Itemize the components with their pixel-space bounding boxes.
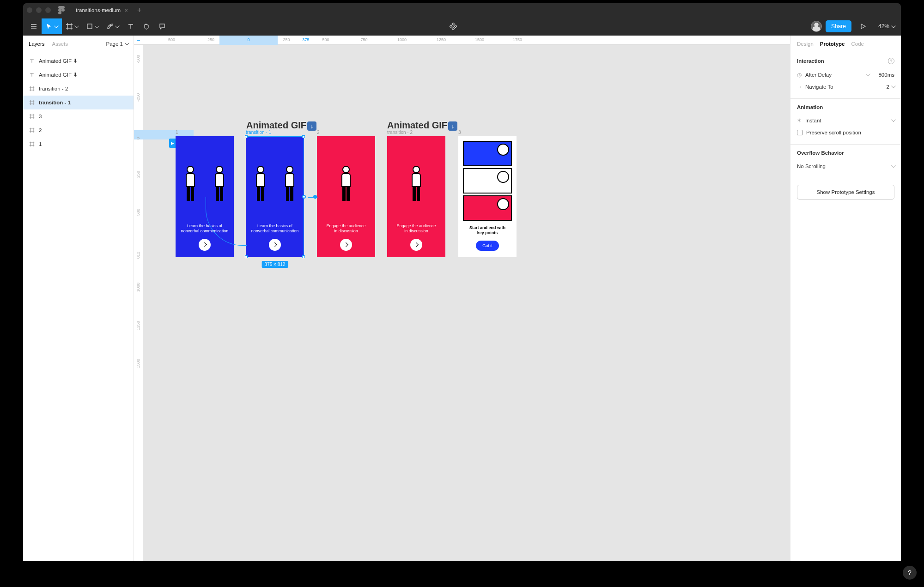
shape-tool[interactable] [82, 18, 103, 34]
tab-assets[interactable]: Assets [52, 41, 68, 47]
got-it-button[interactable]: Got it [476, 241, 499, 251]
tab-design[interactable]: Design [797, 41, 814, 47]
layer-item[interactable]: 1 [23, 137, 134, 151]
svg-rect-12 [452, 27, 455, 30]
frame-label[interactable]: 1 [176, 130, 178, 135]
layer-item[interactable]: transition - 2 [23, 82, 134, 96]
action-label: Navigate To [805, 84, 877, 90]
frame-caption: Learn the basics of nonverbal communicat… [247, 224, 304, 234]
ruler-horizontal: -500-25002503755007501000125015001750 [143, 36, 790, 45]
svg-rect-14 [454, 25, 457, 28]
down-arrow-icon [307, 121, 316, 131]
frame-label[interactable]: 2 [317, 130, 320, 135]
prototype-connector[interactable] [302, 195, 306, 199]
new-tab-button[interactable]: + [133, 6, 146, 14]
frame-2[interactable]: 2 Engage the audience in discussion [317, 136, 375, 257]
layer-item[interactable]: transition - 1 [23, 96, 134, 109]
page-label: Page 1 [106, 41, 123, 47]
frame-transition - 2[interactable]: transition - 2 Engage the audience in di… [387, 136, 445, 257]
tab-prototype[interactable]: Prototype [820, 41, 845, 47]
share-button[interactable]: Share [826, 20, 851, 32]
close-tab-icon[interactable]: × [124, 7, 128, 14]
tab-layers[interactable]: Layers [29, 41, 45, 47]
interaction-title: Interaction [797, 58, 824, 64]
next-arrow-button[interactable] [410, 239, 422, 251]
frame-label[interactable]: 3 [458, 130, 461, 135]
action-dropdown[interactable]: → Navigate To 2 [797, 81, 894, 93]
frame-tool[interactable] [62, 18, 82, 34]
figma-logo-icon [58, 6, 65, 14]
prototype-arrow-icon [315, 195, 318, 199]
arrow-right-icon: → [797, 84, 805, 90]
file-tab[interactable]: transitions-medium × [71, 3, 133, 17]
preserve-scroll-toggle[interactable]: Preserve scroll position [797, 127, 894, 139]
component-icon[interactable] [445, 18, 461, 34]
zoom-value: 42% [878, 23, 889, 30]
frame-caption: Engage the audience in discussion [392, 224, 440, 234]
frame-caption: Engage the audience in discussion [322, 224, 370, 234]
layer-item[interactable]: Animated GIF ⬇ [23, 54, 134, 68]
comment-tool[interactable] [154, 18, 170, 34]
selection-dimensions: 375 × 812 [262, 261, 288, 268]
trigger-value: 800ms [878, 72, 894, 78]
frame-icon [29, 99, 35, 106]
layer-name: transition - 1 [39, 100, 71, 105]
frame-3[interactable]: 3 Start and end with key pointsGot it [458, 136, 517, 257]
trigger-dropdown[interactable]: ◷ After Delay 800ms [797, 69, 894, 81]
frame-label[interactable]: transition - 1 [246, 130, 271, 135]
hand-tool[interactable] [139, 18, 154, 34]
zoom-dropdown[interactable]: 42% [875, 23, 898, 30]
layer-item[interactable]: 2 [23, 123, 134, 137]
mask-icon[interactable] [463, 18, 479, 34]
ruler-origin: – [134, 36, 143, 45]
present-button[interactable] [855, 18, 871, 34]
inspector-panel: Design Prototype Code Interaction? ◷ Aft… [790, 36, 901, 561]
menu-button[interactable] [26, 18, 42, 34]
animation-type-dropdown[interactable]: ✶ Instant [797, 115, 894, 127]
svg-marker-15 [861, 24, 865, 29]
file-tab-title: transitions-medium [76, 7, 121, 13]
down-arrow-icon [448, 121, 457, 131]
next-arrow-button[interactable] [269, 239, 281, 251]
move-tool[interactable] [42, 18, 62, 34]
layer-item[interactable]: 3 [23, 109, 134, 123]
page-dropdown[interactable]: Page 1 [106, 41, 128, 47]
app-window: transitions-medium × + [23, 3, 901, 561]
tab-code[interactable]: Code [851, 41, 864, 47]
overflow-dropdown[interactable]: No Scrolling [797, 160, 894, 172]
window-minimize[interactable] [36, 7, 42, 13]
prototype-start-icon[interactable]: ▶ [169, 139, 176, 148]
preserve-scroll-label: Preserve scroll position [806, 130, 861, 135]
svg-rect-11 [452, 23, 455, 25]
canvas[interactable]: – -500-25002503755007501000125015001750 … [134, 36, 790, 561]
frame-label[interactable]: transition - 2 [387, 130, 413, 135]
layer-name: 3 [39, 114, 42, 119]
frame-transition - 1[interactable]: transition - 1 Learn the basics of nonve… [246, 136, 304, 257]
clock-icon: ◷ [797, 72, 805, 78]
layer-name: transition - 2 [39, 86, 68, 91]
checkbox-icon [797, 130, 802, 135]
layer-item[interactable]: Animated GIF ⬇ [23, 68, 134, 82]
user-avatar[interactable] [811, 21, 822, 32]
canvas-heading-1: Animated GIF [246, 120, 316, 131]
frame-caption: Start and end with key points [465, 225, 510, 236]
overflow-value: No Scrolling [797, 163, 889, 169]
pen-tool[interactable] [103, 18, 123, 34]
overflow-title: Overflow Behavior [797, 150, 844, 156]
next-arrow-button[interactable] [340, 239, 352, 251]
layer-name: Animated GIF ⬇ [39, 58, 78, 64]
help-icon[interactable]: ? [888, 58, 894, 64]
next-arrow-button[interactable] [199, 239, 211, 251]
layers-panel: Layers Assets Page 1 Animated GIF ⬇ Anim… [23, 36, 134, 561]
text-tool[interactable] [123, 18, 139, 34]
text-icon [29, 58, 35, 64]
frame-icon [29, 113, 35, 120]
toolbar: Share 42% [23, 17, 901, 36]
animation-type: Instant [805, 118, 889, 123]
show-prototype-settings-button[interactable]: Show Prototype Settings [797, 185, 894, 200]
titlebar: transitions-medium × + [23, 3, 901, 17]
window-close[interactable] [27, 7, 32, 13]
window-zoom[interactable] [45, 7, 51, 13]
frame-icon [29, 85, 35, 92]
ruler-vertical: -500-2500250500812100012501500 [134, 45, 143, 561]
